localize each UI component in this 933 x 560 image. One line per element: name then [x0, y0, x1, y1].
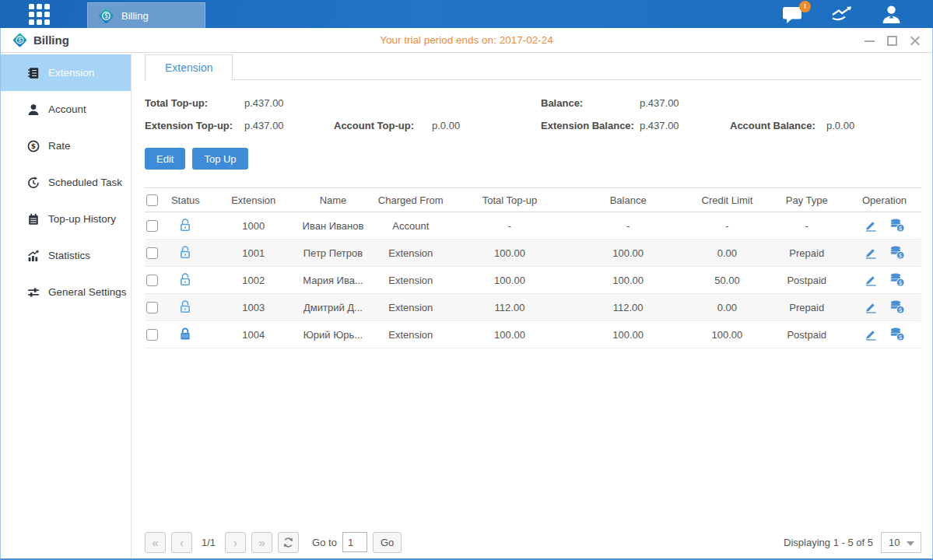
unlocked-icon[interactable]: [179, 245, 191, 259]
tabstrip: Extension: [145, 54, 921, 80]
topbar: $ Billing !: [0, 0, 933, 28]
sidebar-item-statistics[interactable]: Statistics: [1, 237, 131, 274]
unlocked-icon[interactable]: [179, 299, 191, 313]
column-extension: Extension: [211, 188, 296, 212]
extension-table-body: 1000Иван ИвановAccount----$1001Петр Петр…: [145, 212, 921, 348]
column-operation: Operation: [847, 188, 921, 212]
sidebar-item-rate[interactable]: $ Rate: [1, 128, 131, 164]
page-indicator: 1/1: [202, 537, 216, 548]
sidebar-item-scheduled-task[interactable]: Scheduled Task: [1, 164, 131, 201]
ledger-icon: [26, 67, 40, 79]
goto-label: Go to: [312, 537, 337, 548]
edit-button[interactable]: Edit: [145, 148, 185, 170]
close-icon[interactable]: [910, 36, 920, 46]
balance-label: Balance:: [541, 97, 640, 109]
first-page-button[interactable]: «: [145, 532, 166, 553]
select-all-checkbox[interactable]: [146, 194, 158, 206]
prev-page-button[interactable]: ‹: [171, 532, 192, 553]
sliders-icon: [26, 286, 40, 299]
row-checkbox[interactable]: [146, 302, 158, 313]
top-up-icon[interactable]: $: [889, 246, 905, 260]
extension-page: Extension Total Top-up: p.437.00 Extensi…: [132, 53, 932, 558]
table-header-row: Status Extension Name Charged From Total…: [145, 188, 921, 212]
sidebar-item-general-settings[interactable]: General Settings: [1, 274, 131, 310]
last-page-button[interactable]: »: [251, 532, 272, 553]
svg-text:$: $: [899, 252, 903, 259]
cell-extension: 1000: [211, 212, 296, 240]
row-checkbox[interactable]: [146, 329, 158, 341]
edit-icon[interactable]: [864, 301, 878, 313]
unlocked-icon[interactable]: [179, 218, 191, 232]
table-row: 1003Дмитрий Д...Extension112.00112.000.0…: [145, 294, 921, 321]
user-account-icon[interactable]: [881, 4, 902, 24]
sidebar-item-extension[interactable]: Extension: [1, 54, 131, 91]
column-charged-from: Charged From: [370, 188, 451, 212]
tab-extension[interactable]: Extension: [145, 54, 233, 80]
cell-total-top-up: 100.00: [451, 321, 568, 348]
unlocked-icon[interactable]: [179, 272, 191, 286]
billing-window: $ Billing Your trial period ends on: 201…: [0, 28, 933, 560]
cell-extension: 1004: [211, 321, 296, 348]
person-icon: [26, 103, 40, 116]
refresh-button[interactable]: [278, 532, 299, 553]
cell-balance: -: [568, 212, 689, 240]
cell-pay-type: -: [766, 212, 847, 240]
column-total-top-up: Total Top-up: [451, 188, 568, 212]
goto-page-input[interactable]: [342, 532, 367, 552]
cell-pay-type: Prepaid: [766, 240, 847, 267]
account-balance-value: p.0.00: [826, 120, 921, 131]
top-up-icon[interactable]: $: [889, 327, 905, 341]
top-up-icon[interactable]: $: [889, 219, 905, 233]
row-checkbox[interactable]: [146, 247, 158, 259]
cell-charged-from: Extension: [370, 240, 451, 267]
total-top-up-label: Total Top-up:: [145, 97, 244, 109]
account-top-up-label: Account Top-up:: [334, 120, 432, 131]
row-checkbox[interactable]: [146, 275, 158, 286]
top-up-icon[interactable]: $: [889, 273, 905, 287]
balance-summary: Total Top-up: p.437.00 Extension Top-up:…: [145, 97, 921, 131]
notifications-chat-icon[interactable]: !: [782, 5, 805, 24]
billing-diamond-icon: $: [12, 32, 28, 48]
notification-badge: !: [799, 1, 811, 12]
edit-icon[interactable]: [864, 219, 878, 232]
svg-text:$: $: [899, 225, 903, 232]
edit-icon[interactable]: [864, 247, 878, 259]
column-credit-limit: Credit Limit: [689, 188, 766, 212]
svg-text:$: $: [30, 142, 35, 150]
cell-credit-limit: 0.00: [689, 294, 766, 321]
apps-grid-button[interactable]: [23, 0, 54, 28]
next-page-button[interactable]: ›: [225, 532, 246, 553]
cell-credit-limit: 0.00: [689, 240, 766, 267]
edit-icon[interactable]: [864, 274, 878, 286]
go-button[interactable]: Go: [373, 532, 402, 553]
row-checkbox[interactable]: [146, 220, 158, 232]
table-row: 1002Мария Ива...Extension100.00100.0050.…: [145, 267, 921, 294]
top-up-icon[interactable]: $: [889, 300, 905, 314]
sidebar-item-label: Top-up History: [48, 213, 116, 225]
page-size-select[interactable]: 10: [881, 532, 921, 553]
cell-total-top-up: 100.00: [451, 240, 568, 267]
extension-balance-value: p.437.00: [640, 120, 730, 131]
topbar-billing-tab[interactable]: $ Billing: [87, 2, 205, 28]
sidebar-item-label: Scheduled Task: [48, 177, 122, 188]
sidebar-item-top-up-history[interactable]: Top-up History: [1, 201, 131, 237]
displaying-text: Displaying 1 - 5 of 5: [784, 537, 873, 548]
cell-name: Мария Ива...: [296, 267, 370, 294]
top-up-button[interactable]: Top Up: [192, 148, 247, 170]
sidebar-item-account[interactable]: Account: [1, 91, 131, 128]
cell-extension: 1003: [211, 294, 296, 321]
maximize-icon[interactable]: [887, 36, 897, 46]
window-titlebar: $ Billing Your trial period ends on: 201…: [1, 28, 932, 53]
total-top-up-value: p.437.00: [244, 97, 334, 109]
reports-chart-icon[interactable]: [831, 5, 854, 23]
cell-pay-type: Prepaid: [766, 294, 847, 321]
edit-icon[interactable]: [864, 328, 878, 341]
cell-total-top-up: 100.00: [451, 267, 568, 294]
account-balance-label: Account Balance:: [730, 120, 826, 131]
locked-icon[interactable]: [179, 327, 191, 341]
column-pay-type: Pay Type: [766, 188, 847, 212]
svg-text:$: $: [899, 334, 903, 341]
cell-balance: 100.00: [568, 267, 689, 294]
extension-balance-label: Extension Balance:: [541, 120, 640, 131]
minimize-icon[interactable]: [865, 36, 875, 46]
